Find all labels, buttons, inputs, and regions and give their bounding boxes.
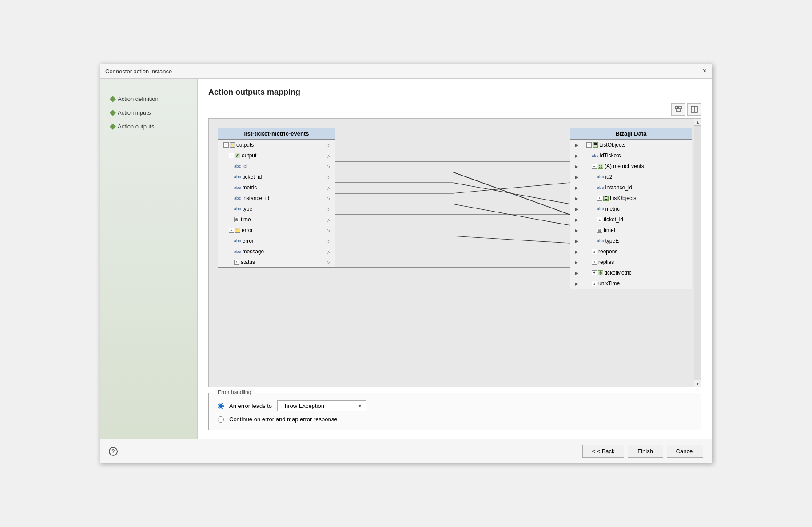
source-table-header: list-ticket-metric-events — [218, 128, 335, 140]
table-row: abc ticket_id ▷ — [218, 172, 335, 182]
arrow-icon: ▷ — [324, 260, 333, 265]
table-row: abc message ▷ — [218, 246, 335, 257]
svg-line-11 — [453, 183, 570, 204]
expand-icon[interactable]: + — [597, 196, 602, 201]
sidebar-item-action-outputs[interactable]: Action outputs — [109, 120, 188, 133]
expand-icon[interactable]: − — [586, 142, 592, 148]
page-title: Action outputs mapping — [208, 88, 701, 97]
row-label: error — [242, 227, 253, 233]
arrow-icon: ▶ — [572, 239, 581, 244]
back-button[interactable]: < < Back — [582, 445, 624, 458]
table-row: ▶ + ◎ ticketMetric — [570, 267, 692, 278]
close-button[interactable]: × — [703, 68, 707, 75]
table-row: ▶ abc idTickets — [570, 150, 692, 161]
row-label: type — [243, 206, 253, 212]
finish-button[interactable]: Finish — [628, 445, 663, 458]
arrow-icon: ▶ — [572, 281, 581, 286]
abc-icon: abc — [597, 175, 604, 179]
arrow-icon: ▷ — [324, 153, 333, 158]
radio-continue-on-error[interactable] — [218, 416, 224, 423]
right-table: Bizagi Data ▶ − ☰ ListObjects — [570, 128, 692, 289]
list-icon: ◎ — [598, 164, 603, 169]
main-content: Action outputs mapping — [198, 79, 712, 439]
calendar-icon: 🗓 — [597, 228, 602, 233]
connector-lines — [335, 128, 570, 279]
svg-rect-1 — [679, 106, 681, 109]
expand-icon[interactable]: − — [592, 164, 597, 169]
abc-icon: abc — [234, 249, 241, 254]
table-row: abc metric ▷ — [218, 182, 335, 193]
expand-icon[interactable]: − — [229, 153, 234, 158]
sidebar-item-action-definition[interactable]: Action definition — [109, 92, 188, 106]
table-row: ▶ − ◎ (A) metricEvents — [570, 161, 692, 172]
arrow-icon: ▶ — [572, 153, 581, 158]
arrow-icon: ▶ — [572, 185, 581, 190]
table-row: ▶ 1 reopens — [570, 246, 692, 257]
diamond-icon — [110, 96, 116, 102]
expand-icon[interactable]: − — [223, 142, 229, 148]
table-row: abc type ▷ — [218, 204, 335, 214]
row-label: id — [243, 163, 247, 169]
row-label: status — [241, 259, 255, 265]
vertical-scrollbar[interactable]: ▲ ▼ — [694, 119, 701, 387]
table-row: abc instance_id ▷ — [218, 193, 335, 204]
row-label: ticketMetric — [605, 270, 632, 276]
row-label: instance_id — [605, 184, 633, 191]
row-label: time — [241, 216, 251, 223]
arrow-icon: ▷ — [324, 249, 333, 254]
error-row-1: An error leads to Throw Exception ▼ — [218, 400, 692, 411]
table-row: ▶ 🗓 timeE — [570, 225, 692, 236]
row-label: ListObjects — [599, 142, 625, 148]
arrow-icon: ▶ — [572, 207, 581, 212]
radio-label-error-leads-to: An error leads to — [229, 403, 272, 409]
list-icon: ◎ — [235, 153, 240, 158]
arrow-icon: ▷ — [324, 185, 333, 190]
radio-error-leads-to[interactable] — [218, 403, 224, 409]
dialog-title: Connector action instance — [105, 68, 172, 75]
arrow-icon: ▷ — [324, 228, 333, 233]
source-table: list-ticket-metric-events − 📁 outputs ▷ — [218, 128, 335, 268]
expand-icon[interactable]: − — [229, 228, 234, 233]
sidebar-item-action-inputs[interactable]: Action inputs — [109, 106, 188, 120]
list-icon: ☰ — [603, 196, 609, 201]
throw-exception-dropdown[interactable]: Throw Exception ▼ — [277, 400, 366, 411]
diamond-icon — [110, 123, 116, 129]
table-row: − 📁 error ▷ — [218, 225, 335, 236]
row-label: idTickets — [600, 152, 621, 159]
dropdown-value: Throw Exception — [281, 403, 324, 409]
scroll-down-button[interactable]: ▼ — [694, 380, 701, 387]
arrow-icon: ▷ — [324, 217, 333, 222]
mapping-inner: list-ticket-metric-events − 📁 outputs ▷ — [209, 119, 701, 298]
cancel-button[interactable]: Cancel — [667, 445, 703, 458]
arrow-icon: ▶ — [572, 217, 581, 222]
row-label: ListObjects — [610, 195, 636, 201]
arrow-icon: ▷ — [324, 207, 333, 212]
row-label: instance_id — [243, 195, 270, 201]
table-row: ▶ 1 ticket_id — [570, 214, 692, 225]
table-row: ▶ 1 replies — [570, 257, 692, 267]
expand-icon[interactable]: + — [592, 270, 597, 275]
abc-icon: abc — [234, 239, 241, 243]
expand-button[interactable] — [687, 103, 701, 116]
help-button[interactable]: ? — [109, 447, 118, 456]
row-label: unixTime — [598, 280, 620, 287]
arrow-icon: ▶ — [572, 271, 581, 275]
table-row: 🗓 time ▷ — [218, 214, 335, 225]
mapping-area[interactable]: list-ticket-metric-events − 📁 outputs ▷ — [208, 118, 701, 387]
auto-layout-button[interactable] — [671, 103, 685, 116]
error-handling-section: Error handling An error leads to Throw E… — [208, 393, 701, 430]
sidebar-item-label: Action outputs — [118, 123, 154, 130]
row-label: message — [243, 248, 264, 255]
footer-left: ? — [109, 447, 118, 456]
abc-icon: abc — [234, 164, 241, 168]
row-label: metric — [605, 206, 620, 212]
arrow-icon: ▶ — [572, 143, 581, 148]
table-row: abc id ▷ — [218, 161, 335, 172]
row-label: metric — [243, 184, 257, 191]
row-label: id2 — [605, 174, 613, 180]
abc-icon: abc — [597, 239, 604, 243]
row-label: reopens — [598, 248, 617, 255]
table-row: 1 status ▷ — [218, 257, 335, 267]
sidebar-item-label: Action inputs — [118, 109, 151, 116]
scroll-up-button[interactable]: ▲ — [694, 119, 701, 126]
